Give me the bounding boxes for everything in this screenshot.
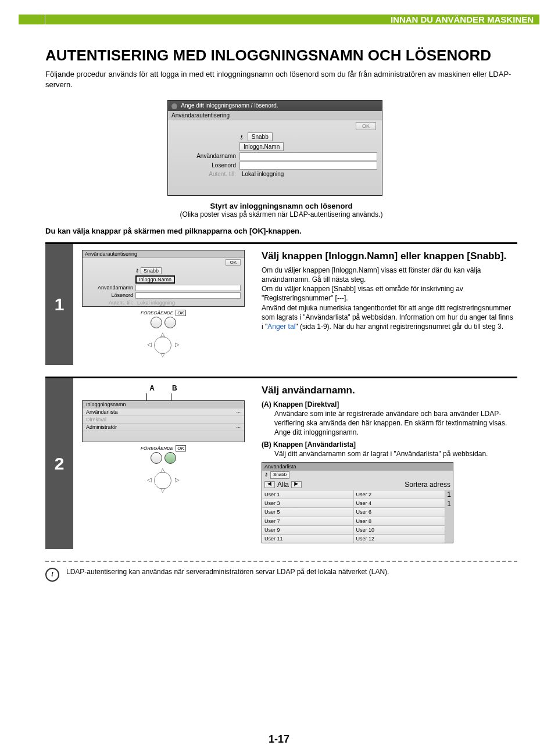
step-number: 1 [45, 244, 73, 365]
left-arrow-icon[interactable]: ◁ [147, 476, 152, 483]
mini-ok-button[interactable]: OK [226, 259, 241, 266]
ok-physical-button[interactable] [164, 452, 176, 464]
nav-right-icon[interactable]: ⯈ [291, 481, 302, 489]
key-icon: ⚷ [239, 134, 244, 140]
userlist-rows: User 1User 2User 3User 4User 5User 6User… [262, 490, 445, 543]
nav-left-icon[interactable]: ⯇ [264, 481, 275, 489]
prev-button[interactable] [151, 317, 162, 328]
cross-ref-link[interactable]: Anger tal [267, 323, 295, 331]
line-b [171, 393, 171, 400]
section-title: INNAN DU ANVÄNDER MASKINEN [391, 15, 534, 24]
mini2-row-direkt[interactable]: Direktval [83, 416, 244, 424]
table-row: User 9User 10 [262, 525, 445, 534]
inloggn-button[interactable]: Inloggn.Namn [239, 142, 284, 151]
scroll-num: 1 [445, 499, 453, 508]
key-icon: ⚷ [135, 268, 139, 273]
ok-physical-button[interactable] [164, 317, 176, 328]
username-field[interactable] [239, 152, 377, 160]
username-label: Användarnamn [173, 153, 239, 159]
user-cell[interactable]: User 1 [262, 490, 354, 499]
mini2-row-userlist[interactable]: Användarlista··· [83, 409, 244, 416]
right-arrow-icon[interactable]: ▷ [175, 341, 180, 347]
panel-spacer [168, 178, 382, 195]
item-a-text: Användare som inte är registrerade använ… [262, 409, 514, 438]
prev-button[interactable] [151, 452, 162, 464]
intro-text: Följande procedur används för att logga … [45, 69, 517, 89]
step-1-p2c: " (sida 1-9). När du har angivit registr… [295, 323, 503, 331]
mini-row-user: Användarnamn [83, 284, 244, 292]
panel-header: Ange ditt inloggningsnamn / lösenord. [168, 101, 382, 110]
down-arrow-icon[interactable]: ▽ [160, 487, 165, 493]
auth-panel-screenshot: Ange ditt inloggningsnamn / lösenord. An… [167, 100, 382, 195]
user-cell[interactable]: User 10 [354, 526, 445, 534]
up-arrow-icon[interactable]: △ [160, 467, 165, 473]
down-arrow-icon[interactable]: ▽ [160, 352, 165, 358]
table-row: User 5User 6 [262, 507, 445, 516]
item-b-label: (B) Knappen [Användarlista] [262, 440, 356, 449]
scrollbar[interactable]: 1 1 [445, 490, 453, 543]
mini-pass-field[interactable] [135, 292, 241, 299]
divider [45, 561, 517, 562]
filter-all[interactable]: Alla [277, 480, 289, 489]
top-circles [150, 317, 177, 329]
userlist-nav-row: ⯇ Alla ⯈ Sortera adress [262, 479, 453, 490]
mini-user-field[interactable] [135, 285, 241, 291]
mini2-row-admin[interactable]: Administratör··· [83, 424, 244, 431]
user-cell[interactable]: User 7 [262, 517, 354, 525]
userlist-panel: Användarlista ⚷ Snabb ⯇ Alla ⯈ Sortera a… [262, 462, 453, 543]
mini-pass-label: Lösenord [86, 292, 135, 298]
mini-row-pass: Lösenord [83, 292, 244, 299]
left-arrow-icon[interactable]: ◁ [147, 341, 152, 347]
step-1-figure: Användarautentisering OK ⚷ Snabb Inloggn… [73, 244, 253, 365]
control-labels: FÖREGÅENDE OK [78, 446, 249, 451]
mini2-admin-label: Administratör [86, 424, 236, 430]
step-number: 2 [45, 378, 73, 549]
user-cell[interactable]: User 12 [354, 535, 445, 543]
ab-labels: A B [78, 384, 249, 392]
ok-row: OK [168, 120, 382, 132]
user-cell[interactable]: User 3 [262, 499, 354, 507]
user-cell[interactable]: User 9 [262, 526, 354, 534]
step2-mini-panel: Inloggningsnamn Användarlista··· Direktv… [82, 400, 245, 442]
up-arrow-icon[interactable]: △ [160, 331, 165, 338]
mini-row-auth: Autent. till: Lokal inloggning [83, 299, 244, 306]
mini-inloggn-button[interactable]: Inloggn.Namn [135, 275, 175, 284]
caption-sub: (Olika poster visas på skärmen när LDAP-… [45, 210, 517, 218]
userlist-snabb-row: ⚷ Snabb [262, 471, 453, 479]
user-cell[interactable]: User 8 [354, 517, 445, 525]
ab-lines [78, 393, 249, 400]
mini-subheader: Användarautentisering [83, 250, 244, 258]
user-cell[interactable]: User 6 [354, 508, 445, 516]
header-accent [19, 15, 45, 24]
info-icon [171, 103, 177, 109]
panel-header-text: Ange ditt inloggningsnamn / lösenord. [181, 102, 278, 109]
user-cell[interactable]: User 5 [262, 508, 354, 516]
section-title-bar: INNAN DU ANVÄNDER MASKINEN [45, 15, 539, 24]
page-content: AUTENTISERING MED INLOGGNINGSNAMN OCH LÖ… [45, 46, 517, 582]
user-cell[interactable]: User 4 [354, 499, 445, 507]
dpad-wrap: △ ▽ ◁ ▷ [78, 465, 249, 495]
step-1-heading: Välj knappen [Inloggn.Namn] eller knappe… [262, 250, 514, 262]
scroll-num: 1 [445, 490, 453, 499]
user-cell[interactable]: User 11 [262, 535, 354, 543]
authto-label: Autent. till: [173, 171, 239, 177]
right-arrow-icon[interactable]: ▷ [175, 476, 180, 483]
sort-label[interactable]: Sortera adress [405, 480, 450, 489]
tip-row: ! LDAP-autentisering kan användas när se… [45, 568, 517, 582]
password-field[interactable] [239, 162, 377, 170]
ok-label: OK [176, 445, 186, 452]
userlist-snabb-button[interactable]: Snabb [270, 471, 289, 479]
caption-bold: Styrt av inloggningsnamn och lösenord [45, 202, 517, 210]
dpad: △ ▽ ◁ ▷ [146, 467, 181, 493]
user-cell[interactable]: User 2 [354, 490, 445, 499]
ok-button[interactable]: OK [356, 122, 376, 130]
step-1: 1 Användarautentisering OK ⚷ Snabb Inlog… [45, 242, 517, 365]
mini2-h-text: Inloggningsnamn [86, 402, 241, 407]
row-auth-to: Autent. till: Lokal inloggning [168, 170, 382, 178]
snabb-button[interactable]: Snabb [248, 132, 273, 141]
control-pad: FÖREGÅENDE OK △ ▽ ◁ ▷ [78, 446, 249, 495]
item-b-text: Välj ditt användarnamn som är lagrat i "… [262, 449, 514, 458]
label-b: B [172, 384, 177, 392]
mini-snabb-button[interactable]: Snabb [141, 267, 162, 274]
tip-icon: ! [45, 568, 59, 582]
